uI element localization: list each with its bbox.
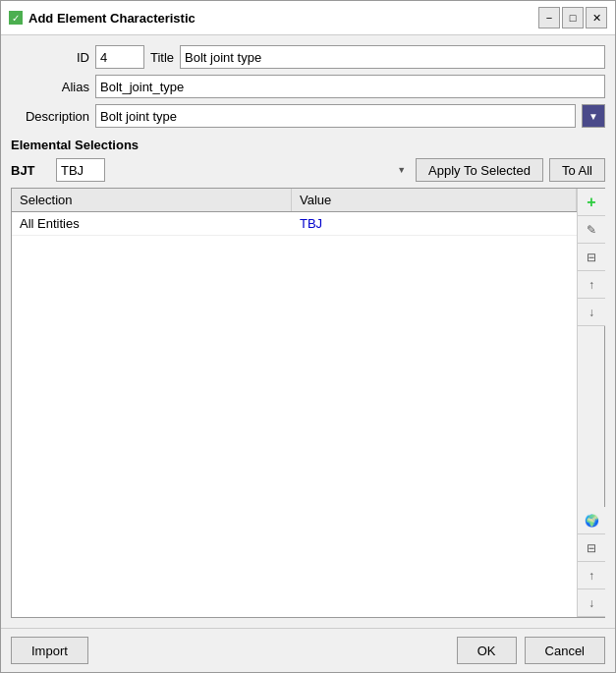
bjt-label: BJT: [11, 163, 50, 178]
globe-button[interactable]: 🌍: [578, 507, 605, 534]
window-icon: [9, 11, 23, 25]
side-button-1[interactable]: ✎: [578, 216, 605, 244]
to-all-button[interactable]: To All: [549, 158, 605, 182]
selection-cell: All Entities: [12, 212, 292, 235]
description-dropdown-button[interactable]: ▼: [582, 104, 605, 128]
footer: Import OK Cancel: [1, 628, 615, 672]
title-label: Title: [150, 50, 174, 65]
alias-row: Alias: [11, 75, 605, 98]
side-button-6[interactable]: ↑: [578, 562, 605, 589]
window-controls: − □ ✕: [538, 7, 607, 28]
description-label: Description: [11, 109, 89, 124]
cancel-button[interactable]: Cancel: [525, 637, 605, 664]
bjt-row: BJT TBJ Apply To Selected To All: [11, 158, 605, 182]
alias-label: Alias: [11, 80, 89, 94]
title-bar: Add Element Characteristic − □ ✕: [1, 1, 615, 35]
main-window: Add Element Characteristic − □ ✕ ID Titl…: [0, 0, 616, 673]
side-button-3[interactable]: ↑: [578, 271, 605, 299]
id-label: ID: [11, 50, 89, 65]
window-title: Add Element Characteristic: [28, 11, 532, 26]
table-area: Selection Value All Entities TBJ + ✎ ⊟ ↑…: [11, 188, 605, 618]
description-row: Description ▼: [11, 104, 605, 128]
value-column-header: Value: [292, 189, 577, 211]
id-input[interactable]: [95, 45, 144, 69]
table-row[interactable]: All Entities TBJ: [12, 212, 577, 236]
minimize-button[interactable]: −: [538, 7, 560, 28]
elemental-selections-label: Elemental Selections: [11, 138, 605, 152]
selection-column-header: Selection: [12, 189, 292, 211]
table-container: Selection Value All Entities TBJ: [12, 189, 577, 617]
title-input[interactable]: [180, 45, 605, 69]
description-input[interactable]: [95, 104, 576, 128]
tbj-select[interactable]: TBJ: [56, 158, 105, 182]
side-buttons: + ✎ ⊟ ↑ ↓ 🌍 ⊟ ↑ ↓: [577, 189, 604, 617]
close-button[interactable]: ✕: [586, 7, 607, 28]
tbj-select-wrapper: TBJ: [56, 158, 410, 182]
table-header: Selection Value: [12, 189, 577, 212]
side-button-7[interactable]: ↓: [578, 589, 605, 617]
import-button[interactable]: Import: [11, 637, 88, 664]
side-button-2[interactable]: ⊟: [578, 244, 605, 271]
ok-button[interactable]: OK: [457, 637, 517, 664]
side-button-5[interactable]: ⊟: [578, 534, 605, 562]
value-cell: TBJ: [292, 212, 577, 235]
add-row-button[interactable]: +: [578, 189, 605, 216]
apply-to-selected-button[interactable]: Apply To Selected: [416, 158, 543, 182]
footer-right: OK Cancel: [457, 637, 605, 664]
side-button-4[interactable]: ↓: [578, 299, 605, 326]
content-area: ID Title Alias Description ▼ Elemental S…: [1, 35, 615, 628]
side-spacer: [578, 326, 604, 507]
maximize-button[interactable]: □: [562, 7, 584, 28]
id-title-row: ID Title: [11, 45, 605, 69]
footer-left: Import: [11, 637, 88, 664]
alias-input[interactable]: [95, 75, 605, 98]
